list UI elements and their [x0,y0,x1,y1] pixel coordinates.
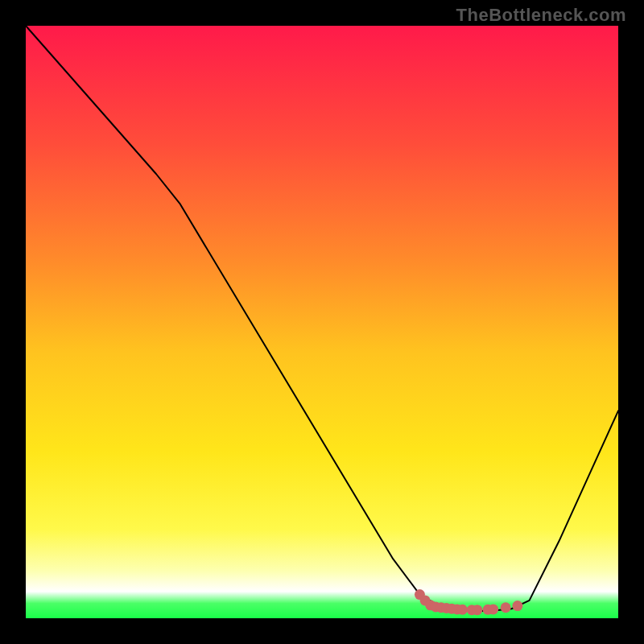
curve-marker [501,602,511,613]
curve-marker [457,605,468,615]
plot-background [26,26,618,618]
curve-marker [488,604,498,614]
chart-plot [0,0,644,644]
curve-marker [472,605,482,615]
chart-frame: TheBottleneck.com [0,0,644,644]
curve-marker [512,601,522,611]
